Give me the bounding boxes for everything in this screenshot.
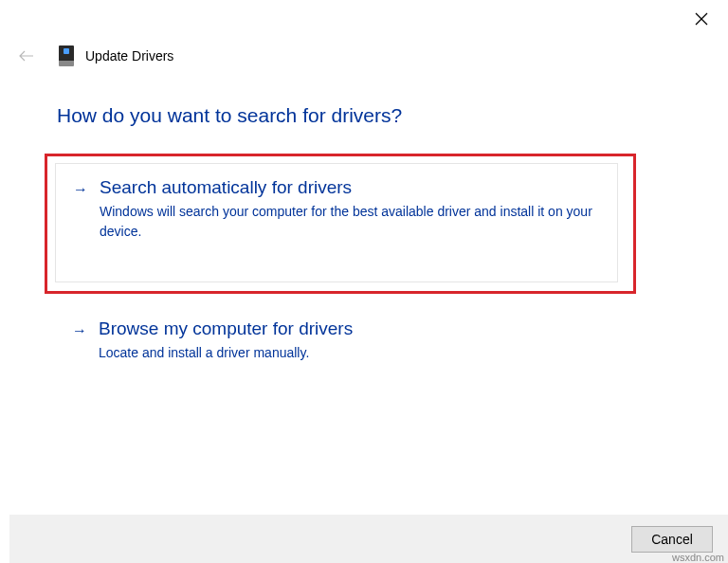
dialog-header: Update Drivers [19,45,173,66]
back-arrow-icon [19,50,34,62]
arrow-right-icon: → [72,322,87,339]
dialog-footer: Cancel [9,515,728,563]
option-title: Browse my computer for drivers [99,318,601,339]
option-description: Windows will search your computer for th… [100,202,600,242]
dialog-title: Update Drivers [85,48,173,64]
arrow-right-icon: → [73,181,88,198]
question-heading: How do you want to search for drivers? [57,104,402,127]
close-button[interactable] [692,9,711,28]
back-button[interactable] [19,48,34,64]
search-automatically-option[interactable]: → Search automatically for drivers Windo… [55,163,618,282]
watermark: wsxdn.com [672,552,724,563]
close-icon [695,12,708,26]
option-description: Locate and install a driver manually. [99,343,601,363]
device-icon [59,45,74,66]
browse-computer-option[interactable]: → Browse my computer for drivers Locate … [55,305,618,378]
cancel-button[interactable]: Cancel [631,526,713,553]
option-title: Search automatically for drivers [100,177,600,198]
update-drivers-dialog: Update Drivers How do you want to search… [9,0,728,563]
